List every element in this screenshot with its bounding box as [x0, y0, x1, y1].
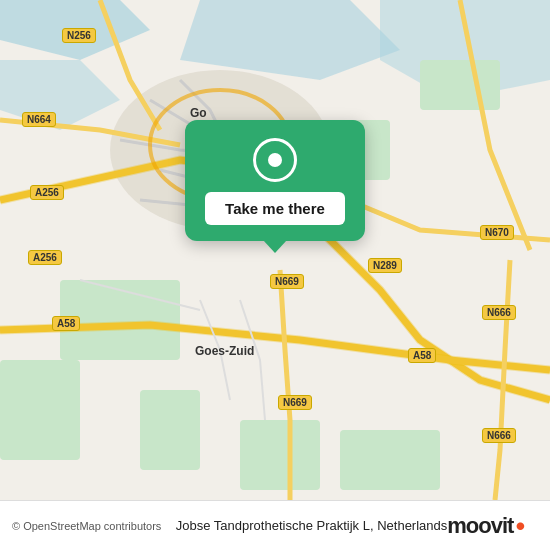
- road-label-n670: N670: [480, 225, 514, 240]
- road-label-n256: N256: [62, 28, 96, 43]
- popup-card: Take me there: [185, 120, 365, 241]
- road-label-a256-1: A256: [30, 185, 64, 200]
- moovit-text: moovit: [447, 513, 513, 539]
- map-pin-inner: [268, 153, 282, 167]
- place-title: Jobse Tandprothetische Praktijk L, Nethe…: [176, 518, 447, 533]
- road-label-n289: N289: [368, 258, 402, 273]
- road-label-n666-top: N666: [482, 305, 516, 320]
- info-bar: © OpenStreetMap contributors Jobse Tandp…: [0, 500, 550, 550]
- svg-rect-6: [240, 420, 320, 490]
- svg-rect-2: [0, 360, 80, 460]
- svg-rect-5: [140, 390, 200, 470]
- osm-copyright: © OpenStreetMap contributors: [12, 520, 161, 532]
- brand-logo: moovit•: [447, 512, 525, 540]
- road-label-a58-left: A58: [52, 316, 80, 331]
- road-label-n664: N664: [22, 112, 56, 127]
- moovit-dot: •: [515, 512, 525, 540]
- svg-rect-4: [420, 60, 500, 110]
- map-container: N256 N664 A256 A256 A58 N289 N670 N669 N…: [0, 0, 550, 500]
- place-label-goes-zuid: Goes-Zuid: [195, 344, 254, 358]
- map-pin: [253, 138, 297, 182]
- road-label-n666-bot: N666: [482, 428, 516, 443]
- road-label-n669-bot: N669: [278, 395, 312, 410]
- take-me-there-button[interactable]: Take me there: [205, 192, 345, 225]
- road-label-n669-top: N669: [270, 274, 304, 289]
- road-label-a256-2: A256: [28, 250, 62, 265]
- svg-rect-7: [340, 430, 440, 490]
- info-title: © OpenStreetMap contributors Jobse Tandp…: [12, 518, 447, 533]
- road-label-a58-right: A58: [408, 348, 436, 363]
- place-label-goes: Go: [190, 106, 207, 120]
